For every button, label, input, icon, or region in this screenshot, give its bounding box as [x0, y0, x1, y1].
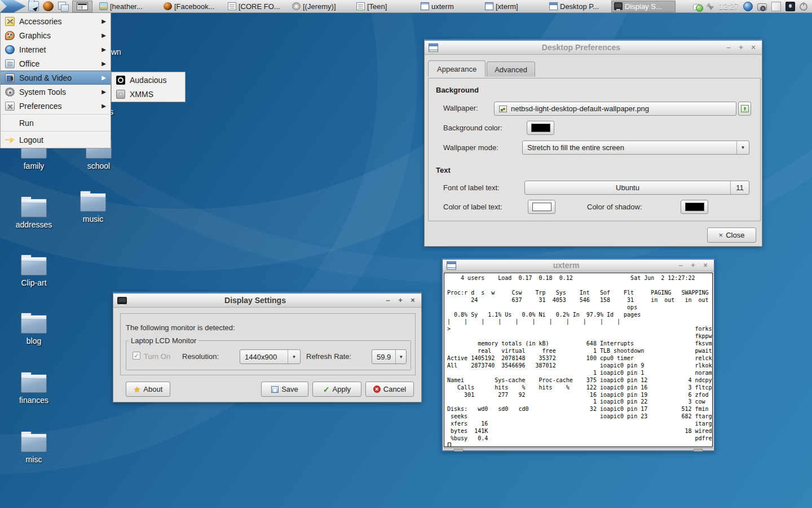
- menu-item-system-tools[interactable]: System Tools ▶: [1, 85, 111, 99]
- monitor-icon: [117, 297, 127, 304]
- screenshot-camera-icon[interactable]: [757, 3, 767, 11]
- save-button[interactable]: Save: [261, 382, 308, 397]
- color-swatch-black: [685, 203, 704, 211]
- titlebar[interactable]: Display Settings – + ×: [113, 294, 421, 308]
- taskbar-button-label: [Facebook...: [174, 2, 215, 11]
- chat-status-icon[interactable]: [693, 4, 700, 10]
- desktop-icon-label: blog: [27, 336, 41, 345]
- window-stack-icon[interactable]: [58, 1, 68, 11]
- submenu-item-audacious[interactable]: Audacious: [112, 73, 185, 87]
- wallpaper-mode-label: Wallpaper mode:: [443, 143, 498, 152]
- resize-handle-strip[interactable]: [444, 448, 713, 450]
- web-browser-icon[interactable]: [43, 1, 54, 11]
- screensaver-monitor-icon[interactable]: [785, 2, 795, 11]
- desktop-icon-label: Clip-art: [21, 278, 46, 287]
- submenu-item-xmms[interactable]: XMMS: [112, 87, 185, 101]
- desktop-icon-label: school: [87, 161, 110, 170]
- taskbar-button-desktop-preferences[interactable]: Desktop P...: [547, 1, 611, 12]
- cancel-button[interactable]: × Cancel: [365, 382, 414, 397]
- menu-item-label: Logout: [19, 135, 43, 144]
- minimize-button[interactable]: –: [724, 43, 733, 52]
- globe-icon[interactable]: [743, 2, 753, 11]
- tab-appearance[interactable]: Appearance: [428, 60, 486, 77]
- font-button[interactable]: Ubuntu 11: [524, 181, 749, 195]
- close-button[interactable]: ×: [701, 261, 710, 270]
- menu-item-label: Accessories: [19, 17, 61, 26]
- xmms-icon: [116, 90, 125, 99]
- menu-item-accessories[interactable]: Accessories ▶: [1, 14, 111, 28]
- taskbar-button-teen[interactable]: [Teen]: [354, 1, 418, 12]
- shadow-color-label: Color of shadow:: [587, 203, 642, 211]
- monitor-group-label: Laptop LCD Monitor: [129, 336, 198, 345]
- menu-item-logout[interactable]: Logout: [1, 133, 111, 147]
- close-button[interactable]: ×: [749, 43, 758, 52]
- wallpaper-file-button[interactable]: netbsd-light-desktop-default-wallpaper.p…: [494, 102, 736, 116]
- apply-button[interactable]: ✓ Apply: [312, 382, 361, 397]
- taskbar-button-jeremy[interactable]: [(Jeremy)]: [290, 1, 354, 12]
- menu-item-preferences[interactable]: Preferences ▶: [1, 99, 111, 113]
- empty-icon-slot: [5, 119, 15, 128]
- taskbar-button-uxterm[interactable]: uxterm: [418, 1, 483, 12]
- taskbar-button-facebook[interactable]: [Facebook...: [161, 1, 226, 12]
- close-button[interactable]: × Close: [707, 227, 756, 243]
- window-list-button[interactable]: [72, 1, 92, 12]
- font-name-value: Ubuntu: [525, 181, 730, 194]
- desktop-icon-clip-art[interactable]: Clip-art: [5, 257, 63, 288]
- menu-item-sound-video[interactable]: Sound & Video ▶: [1, 71, 111, 85]
- background-color-swatch[interactable]: [527, 121, 554, 135]
- submenu-item-label: Audacious: [130, 76, 166, 85]
- power-icon[interactable]: [800, 3, 807, 11]
- about-button[interactable]: ★ About: [126, 382, 170, 397]
- taskbar-button-label: uxterm: [431, 2, 454, 11]
- minimize-button[interactable]: –: [383, 296, 392, 305]
- transfer-arrows-icon[interactable]: [705, 2, 714, 11]
- menu-item-run[interactable]: Run: [1, 116, 111, 130]
- file-manager-icon[interactable]: [28, 1, 39, 11]
- start-arrow-icon[interactable]: [0, 0, 26, 13]
- label-color-swatch[interactable]: [528, 200, 555, 214]
- desktop-icon-finances[interactable]: finances: [5, 374, 63, 405]
- submenu-arrow-icon: ▶: [102, 60, 106, 67]
- desktop-icon-music[interactable]: music: [64, 193, 122, 224]
- tab-advanced[interactable]: Advanced: [487, 62, 535, 77]
- menu-separator: [1, 131, 110, 132]
- menu-item-graphics[interactable]: Graphics ▶: [1, 28, 111, 42]
- titlebar[interactable]: uxterm – + ×: [443, 260, 714, 271]
- maximize-button[interactable]: +: [736, 43, 745, 52]
- menu-item-internet[interactable]: Internet ▶: [1, 42, 111, 56]
- refresh-rate-dropdown[interactable]: 59.9 ▼: [372, 349, 407, 364]
- taskbar-button-core[interactable]: [CORE FO...: [226, 1, 290, 12]
- maximize-button[interactable]: +: [689, 261, 698, 270]
- maximize-button[interactable]: +: [396, 296, 405, 305]
- wallpaper-mode-dropdown[interactable]: Stretch to fill the entire screen ▼: [522, 141, 749, 155]
- wallpaper-browse-button[interactable]: [738, 102, 751, 116]
- desktop-icon-blog[interactable]: blog: [5, 315, 63, 346]
- taskbar-button-xterm[interactable]: [xterm]: [483, 1, 547, 12]
- resolution-dropdown[interactable]: 812x508 ▼: [240, 349, 301, 364]
- image-upload-icon: [741, 105, 749, 112]
- text-section-heading: Text: [436, 166, 451, 174]
- terminal-screen[interactable]: 4 users Load 0.17 0.18 0.12 Sat Jun 2 12…: [444, 273, 713, 447]
- taskbar-button-display-settings[interactable]: Display S...: [611, 1, 676, 12]
- sound-video-submenu: Audacious XMMS: [111, 72, 186, 102]
- shadow-color-swatch[interactable]: [681, 200, 708, 214]
- minimize-button[interactable]: –: [676, 261, 685, 270]
- menu-item-office[interactable]: Office ▶: [1, 56, 111, 71]
- label-color-label: Color of label text:: [443, 203, 502, 211]
- close-button-label: Close: [726, 231, 744, 239]
- submenu-arrow-icon: ▶: [102, 75, 106, 81]
- desktop-icon-misc[interactable]: misc: [5, 433, 63, 465]
- menu-item-label: Run: [19, 119, 34, 128]
- close-button[interactable]: ×: [408, 296, 417, 305]
- desktop-icon-addresses[interactable]: addresses: [5, 199, 63, 230]
- document-icon: [356, 2, 365, 10]
- clock[interactable]: 12:27: [719, 2, 739, 11]
- taskbar-button-heather[interactable]: [heather...: [97, 1, 161, 12]
- titlebar[interactable]: Desktop Preferences – + ×: [425, 41, 762, 55]
- wallpaper-label: Wallpaper:: [443, 104, 478, 112]
- turn-on-checkbox[interactable]: ✓: [133, 352, 140, 360]
- blank-sheet-icon[interactable]: [771, 2, 781, 11]
- taskbar-button-label: [Teen]: [367, 2, 387, 11]
- taskbar-button-label: [xterm]: [496, 2, 518, 11]
- menu-item-label: System Tools: [19, 87, 66, 97]
